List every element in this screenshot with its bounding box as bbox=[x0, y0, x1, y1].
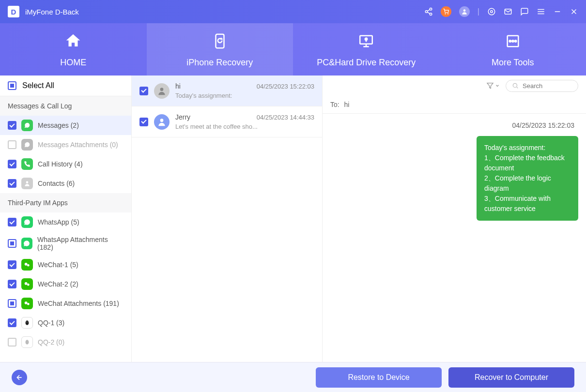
avatar-icon bbox=[154, 83, 170, 99]
checkbox[interactable] bbox=[8, 160, 16, 168]
select-all-label: Select All bbox=[22, 81, 54, 90]
svg-point-32 bbox=[25, 302, 28, 304]
conversation-name: Jerry bbox=[175, 113, 190, 121]
sidebar-item-qq2[interactable]: QQ-2 (0) bbox=[0, 332, 131, 352]
svg-point-34 bbox=[26, 320, 29, 325]
app-title: iMyFone D-Back bbox=[25, 8, 424, 16]
share-icon[interactable] bbox=[424, 7, 433, 16]
avatar-icon bbox=[154, 114, 170, 130]
search-input[interactable] bbox=[506, 80, 578, 92]
search-field[interactable] bbox=[523, 82, 572, 90]
sidebar-item-label: Contacts (6) bbox=[38, 180, 75, 187]
qq-icon bbox=[21, 317, 33, 329]
cart-icon[interactable] bbox=[441, 6, 451, 17]
checkbox[interactable] bbox=[8, 338, 16, 347]
search-icon bbox=[512, 82, 519, 89]
whatsapp-icon bbox=[21, 216, 33, 228]
sidebar-item-label: WeChat-2 (2) bbox=[38, 280, 78, 288]
group-header-im-apps: Third-Party IM Apps bbox=[0, 193, 131, 212]
sidebar-item-qq1[interactable]: QQ-1 (3) bbox=[0, 313, 131, 332]
tab-iphone-recovery[interactable]: iPhone Recovery bbox=[147, 23, 293, 75]
minimize-icon[interactable] bbox=[553, 7, 562, 16]
whatsapp-icon bbox=[21, 238, 32, 249]
user-icon[interactable] bbox=[459, 6, 470, 17]
svg-point-25 bbox=[512, 40, 513, 42]
qq-icon bbox=[21, 336, 33, 348]
sidebar-item-label: WeChat Attachments (191) bbox=[38, 300, 119, 307]
tab-pc-recovery[interactable]: PC&Hard Drive Recovery bbox=[293, 23, 440, 75]
phone-refresh-icon bbox=[210, 31, 230, 51]
svg-point-27 bbox=[26, 181, 29, 183]
sidebar-item-label: WeChat-1 (5) bbox=[38, 261, 78, 269]
conversation-time: 04/25/2023 15:22:03 bbox=[257, 83, 314, 90]
restore-to-device-button[interactable]: Restore to Device bbox=[316, 367, 442, 388]
svg-point-0 bbox=[430, 8, 432, 11]
feedback-icon[interactable] bbox=[520, 7, 529, 16]
svg-point-6 bbox=[447, 14, 448, 14]
conversation-list: hi 04/25/2023 15:22:03 Today's assignmen… bbox=[132, 75, 323, 362]
conversation-preview: Let's meet at the coffee sho... bbox=[175, 123, 314, 130]
menu-icon[interactable] bbox=[537, 7, 545, 16]
svg-point-24 bbox=[509, 40, 510, 42]
svg-point-7 bbox=[463, 9, 466, 12]
svg-point-1 bbox=[425, 11, 428, 13]
sidebar-item-label: Messages Attachments (0) bbox=[38, 141, 118, 149]
attachment-icon bbox=[21, 139, 33, 151]
conversation-item[interactable]: Jerry 04/25/2023 14:44:33 Let's meet at … bbox=[132, 106, 322, 137]
sidebar-item-messages[interactable]: Messages (2) bbox=[0, 116, 131, 135]
sidebar-item-whatsapp[interactable]: WhatsApp (5) bbox=[0, 212, 131, 232]
message-bubble: Today's assignment: 1、Complete the feedb… bbox=[477, 136, 578, 221]
checkbox[interactable] bbox=[8, 299, 16, 308]
sidebar-item-whatsapp-attachments[interactable]: WhatsApp Attachments (182) bbox=[0, 232, 131, 255]
svg-point-8 bbox=[491, 11, 493, 13]
checkbox[interactable] bbox=[8, 179, 16, 188]
recover-to-computer-button[interactable]: Recover to Computer bbox=[448, 367, 574, 388]
filter-icon[interactable] bbox=[486, 82, 500, 90]
sidebar-item-call-history[interactable]: Call History (4) bbox=[0, 154, 131, 174]
tab-more-tools[interactable]: More Tools bbox=[440, 23, 586, 75]
svg-rect-17 bbox=[216, 34, 224, 47]
svg-point-37 bbox=[26, 340, 29, 344]
to-value: hi bbox=[344, 101, 350, 108]
svg-point-39 bbox=[160, 119, 164, 122]
group-header-messages: Messages & Call Log bbox=[0, 96, 131, 116]
sidebar-item-wechat-attachments[interactable]: WeChat Attachments (191) bbox=[0, 294, 131, 313]
close-icon[interactable] bbox=[570, 7, 578, 16]
select-all-checkbox[interactable] bbox=[8, 81, 16, 90]
back-button[interactable] bbox=[12, 370, 27, 385]
sidebar-item-label: Call History (4) bbox=[38, 160, 83, 168]
app-logo: D bbox=[8, 6, 19, 17]
checkbox[interactable] bbox=[8, 121, 16, 130]
conversation-preview: Today's assignment: bbox=[175, 92, 314, 99]
contacts-icon bbox=[21, 178, 33, 189]
svg-point-38 bbox=[160, 88, 164, 91]
conversation-time: 04/25/2023 14:44:33 bbox=[257, 114, 314, 121]
checkbox[interactable] bbox=[139, 87, 148, 95]
gear-icon[interactable] bbox=[487, 7, 496, 16]
sidebar-item-messages-attachments[interactable]: Messages Attachments (0) bbox=[0, 135, 131, 154]
sidebar-item-label: Messages (2) bbox=[38, 121, 79, 129]
checkbox[interactable] bbox=[8, 239, 16, 248]
sidebar-item-contacts[interactable]: Contacts (6) bbox=[0, 174, 131, 193]
checkbox[interactable] bbox=[8, 260, 16, 269]
sidebar: Select All Messages & Call Log Messages … bbox=[0, 75, 132, 362]
checkbox[interactable] bbox=[139, 118, 148, 126]
to-row: To: hi bbox=[323, 96, 586, 114]
to-label: To: bbox=[330, 101, 339, 108]
home-icon bbox=[63, 31, 83, 51]
svg-point-29 bbox=[27, 264, 30, 267]
sidebar-item-label: WhatsApp (5) bbox=[38, 218, 79, 226]
mail-icon[interactable] bbox=[504, 7, 512, 16]
sidebar-item-label: QQ-1 (3) bbox=[38, 319, 64, 327]
checkbox[interactable] bbox=[8, 218, 16, 226]
checkbox[interactable] bbox=[8, 280, 16, 288]
checkbox[interactable] bbox=[8, 318, 16, 327]
svg-point-33 bbox=[27, 303, 30, 305]
conversation-name: hi bbox=[175, 82, 181, 90]
sidebar-item-wechat1[interactable]: WeChat-1 (5) bbox=[0, 255, 131, 274]
conversation-item[interactable]: hi 04/25/2023 15:22:03 Today's assignmen… bbox=[132, 75, 322, 106]
sidebar-item-wechat2[interactable]: WeChat-2 (2) bbox=[0, 274, 131, 294]
tab-home[interactable]: HOME bbox=[0, 23, 147, 75]
wechat-icon bbox=[21, 278, 33, 290]
checkbox[interactable] bbox=[8, 140, 16, 149]
